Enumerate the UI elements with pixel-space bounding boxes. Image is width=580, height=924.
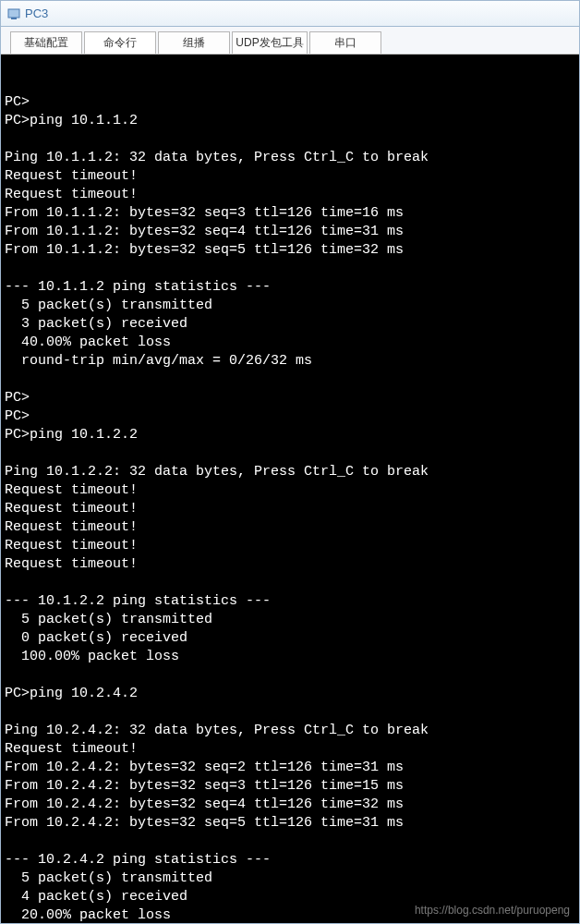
title-bar: PC3 (1, 1, 579, 27)
app-icon (6, 6, 21, 21)
tab-udp-tool[interactable]: UDP发包工具 (232, 31, 308, 54)
window: PC3 基础配置 命令行 组播 UDP发包工具 串口 PC> PC>ping 1… (0, 0, 580, 924)
terminal-lines: PC> PC>ping 10.1.1.2 Ping 10.1.1.2: 32 d… (5, 93, 575, 923)
watermark: https://blog.csdn.net/puruopeng (415, 901, 570, 919)
tab-bar: 基础配置 命令行 组播 UDP发包工具 串口 (1, 27, 579, 55)
svg-rect-1 (11, 18, 17, 19)
tab-multicast[interactable]: 组播 (158, 31, 230, 54)
tab-serial[interactable]: 串口 (309, 31, 381, 54)
svg-rect-0 (8, 9, 19, 18)
tab-basic-config[interactable]: 基础配置 (10, 31, 82, 54)
terminal-output[interactable]: PC> PC>ping 10.1.1.2 Ping 10.1.1.2: 32 d… (1, 55, 579, 923)
window-title: PC3 (25, 6, 48, 20)
tab-command-line[interactable]: 命令行 (84, 31, 156, 54)
